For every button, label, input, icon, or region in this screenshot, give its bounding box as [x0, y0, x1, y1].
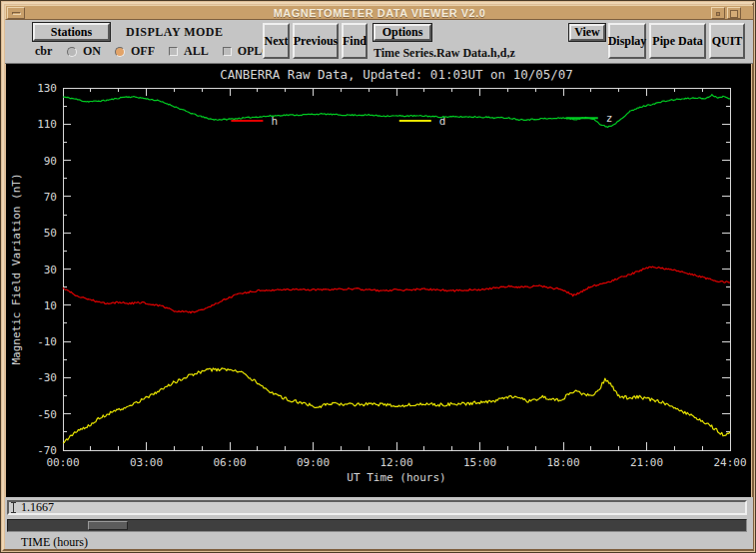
- svg-text:03:00: 03:00: [130, 456, 163, 469]
- stations-button[interactable]: Stations: [33, 23, 110, 41]
- station-code-label: cbr: [35, 44, 52, 59]
- svg-text:110: 110: [37, 118, 57, 131]
- magnetogram-plot: 00:0003:0006:0009:0012:0015:0018:0021:00…: [6, 64, 751, 497]
- display-button[interactable]: Display: [608, 23, 646, 59]
- previous-button[interactable]: Previous: [293, 23, 339, 59]
- checkbox-oplot[interactable]: [223, 47, 232, 56]
- pipe-data-button-label: Pipe Data: [652, 34, 702, 49]
- svg-text:UT Time (hours): UT Time (hours): [347, 471, 445, 484]
- find-button-label: Find: [343, 34, 367, 49]
- radio-on[interactable]: [67, 47, 77, 57]
- svg-text:-10: -10: [37, 335, 57, 348]
- svg-text:130: 130: [37, 82, 57, 95]
- find-button[interactable]: Find: [342, 23, 368, 59]
- maximize-button[interactable]: [727, 7, 741, 19]
- checkbox-all[interactable]: [169, 47, 178, 56]
- radio-off[interactable]: [115, 47, 125, 57]
- maximize-icon: [730, 10, 738, 18]
- minimize-icon: [716, 12, 720, 16]
- display-mode-heading: DISPLAY MODE: [126, 25, 223, 40]
- svg-text:30: 30: [44, 264, 57, 276]
- svg-text:21:00: 21:00: [630, 456, 663, 469]
- quit-button-label: QUIT: [712, 34, 743, 49]
- view-button[interactable]: View: [569, 24, 605, 41]
- svg-text:24:00: 24:00: [713, 456, 746, 469]
- app-window: MAGNETOMETER DATA VIEWER V2.0 Stations c…: [0, 0, 756, 553]
- view-button-label: View: [574, 25, 600, 40]
- radio-on-label[interactable]: ON: [83, 44, 101, 59]
- svg-text:h: h: [271, 115, 278, 128]
- svg-text:-70: -70: [37, 444, 57, 457]
- time-scrollbar-thumb[interactable]: [88, 521, 128, 530]
- next-button[interactable]: Next: [263, 23, 290, 59]
- text-cursor: [13, 502, 14, 513]
- svg-text:09:00: 09:00: [297, 456, 330, 469]
- next-button-label: Next: [265, 34, 289, 49]
- svg-text:18:00: 18:00: [546, 456, 579, 469]
- pipe-data-button[interactable]: Pipe Data: [649, 23, 706, 59]
- time-control-panel: TIME (hours): [5, 497, 753, 549]
- time-scrollbar[interactable]: [7, 519, 747, 532]
- svg-text:70: 70: [44, 191, 57, 204]
- svg-text:06:00: 06:00: [213, 456, 246, 469]
- stations-button-label: Stations: [51, 25, 92, 40]
- magnetogram-chart: 00:0003:0006:0009:0012:0015:0018:0021:00…: [6, 64, 751, 497]
- quit-button[interactable]: QUIT: [709, 23, 745, 59]
- time-slider-label: TIME (hours): [21, 535, 88, 550]
- display-button-label: Display: [608, 34, 647, 49]
- svg-text:-30: -30: [37, 371, 57, 384]
- svg-text:15:00: 15:00: [463, 456, 496, 469]
- svg-text:CANBERRA Raw Data, Updated: 01: CANBERRA Raw Data, Updated: 01:03UT on 1…: [220, 67, 573, 82]
- options-button[interactable]: Options: [374, 24, 431, 41]
- toolbar: Stations cbr DISPLAY MODE ON OFF ALL OPL…: [5, 20, 753, 64]
- options-button-label: Options: [382, 25, 423, 40]
- svg-text:00:00: 00:00: [46, 456, 79, 469]
- minimize-button[interactable]: [711, 7, 725, 19]
- previous-button-label: Previous: [294, 34, 338, 49]
- title-bar[interactable]: MAGNETOMETER DATA VIEWER V2.0: [5, 5, 753, 20]
- svg-text:-50: -50: [37, 408, 57, 421]
- options-current-selection: Time Series.Raw Data.h,d,z: [374, 46, 515, 61]
- svg-text:Magnetic Field Variation (nT): Magnetic Field Variation (nT): [10, 173, 23, 364]
- time-input[interactable]: [7, 500, 747, 515]
- svg-text:10: 10: [44, 299, 57, 312]
- checkbox-all-label[interactable]: ALL: [184, 44, 209, 59]
- svg-text:z: z: [606, 112, 613, 125]
- radio-off-label[interactable]: OFF: [131, 44, 155, 59]
- svg-text:90: 90: [44, 155, 57, 168]
- svg-text:50: 50: [44, 227, 57, 240]
- svg-text:12:00: 12:00: [379, 456, 412, 469]
- window-title: MAGNETOMETER DATA VIEWER V2.0: [6, 7, 753, 19]
